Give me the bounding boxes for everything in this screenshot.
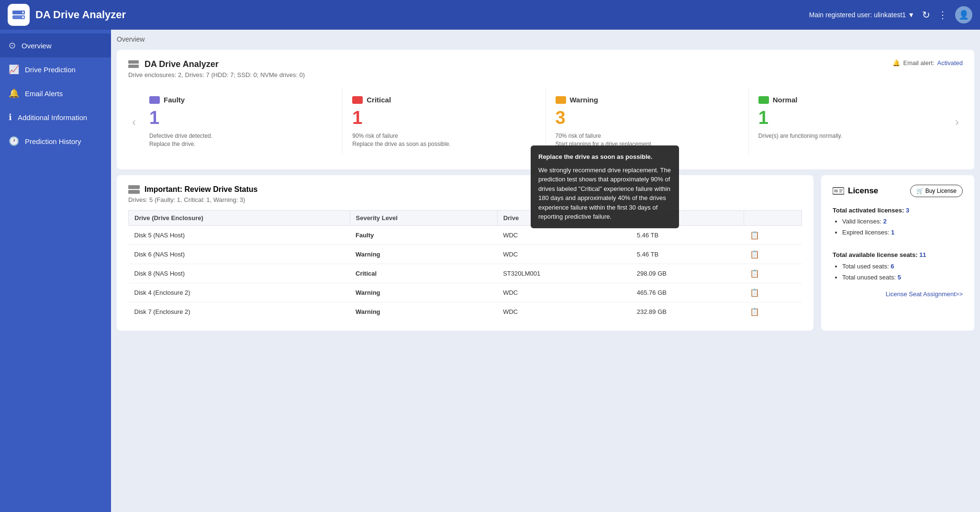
col-actions [744, 210, 802, 225]
drive-section-subtitle: Drives: 5 (Faulty: 1, Critical: 1, Warni… [128, 196, 802, 203]
license-header: License 🛒 Buy License [833, 185, 963, 197]
drive-name: Disk 7 (Enclosure 2) [129, 302, 350, 321]
valid-licenses: Valid licenses: 2 [842, 216, 963, 227]
faulty-number: 1 [149, 108, 333, 128]
drive-size: 5.46 TB [631, 245, 744, 264]
faulty-label: Faulty [164, 96, 185, 104]
drive-model: WDC [497, 283, 631, 302]
svg-point-7 [137, 61, 138, 63]
buy-license-button[interactable]: 🛒 Buy License [910, 185, 963, 197]
document-icon[interactable]: 📋 [750, 231, 759, 239]
drive-size: 465.76 GB [631, 283, 744, 302]
drive-severity: Warning [350, 302, 497, 321]
drive-model: WDC [497, 245, 631, 264]
table-row: Disk 7 (Enclosure 2) Warning WDC 232.89 … [129, 302, 802, 321]
drive-severity: Warning [350, 283, 497, 302]
prev-arrow[interactable]: ‹ [128, 115, 140, 129]
sidebar-item-drive-prediction[interactable]: 📈 Drive Prediction [0, 57, 111, 81]
warning-label: Warning [570, 96, 598, 104]
critical-desc: 90% risk of failure Replace the drive as… [352, 132, 535, 148]
svg-rect-15 [834, 189, 838, 192]
drives-info: Drive enclosures: 2, Drives: 7 (HDD: 7; … [128, 71, 305, 78]
main-layout: ⊙ Overview 📈 Drive Prediction 🔔 Email Al… [0, 30, 980, 512]
status-card-normal[interactable]: Normal 1 Drive(s) are functioning normal… [749, 88, 951, 156]
license-seat-assignment-link[interactable]: License Seat Assignment>> [833, 290, 963, 298]
normal-desc: Drive(s) are functioning normally. [758, 132, 942, 140]
next-arrow[interactable]: › [951, 115, 963, 129]
critical-icon [352, 96, 363, 104]
drive-action[interactable]: 📋 [744, 283, 802, 302]
drive-size: 298.09 GB [631, 264, 744, 283]
main-content: Overview DA Drive Analyzer Drive enc [111, 30, 980, 512]
sidebar: ⊙ Overview 📈 Drive Prediction 🔔 Email Al… [0, 30, 111, 512]
bell-icon: 🔔 [892, 59, 900, 67]
sidebar-item-label-overview: Overview [22, 42, 52, 50]
normal-header: Normal [758, 96, 942, 104]
da-header-left: DA Drive Analyzer Drive enclosures: 2, D… [128, 59, 305, 78]
cart-icon: 🛒 [916, 188, 924, 194]
drive-name: Disk 4 (Enclosure 2) [129, 283, 350, 302]
drive-action[interactable]: 📋 [744, 302, 802, 321]
sidebar-item-overview[interactable]: ⊙ Overview [0, 33, 111, 57]
faulty-desc: Defective drive detected. Replace the dr… [149, 132, 333, 148]
document-icon[interactable]: 📋 [750, 289, 759, 297]
email-alert-link[interactable]: Activated [937, 59, 963, 67]
refresh-button[interactable]: ↻ [922, 9, 930, 21]
more-options-button[interactable]: ⋮ [938, 9, 947, 21]
normal-icon [758, 96, 769, 104]
drive-action[interactable]: 📋 [744, 225, 802, 245]
faulty-header: Faulty [149, 96, 333, 104]
drive-model: ST320LM001 [497, 264, 631, 283]
drive-name: Disk 6 (NAS Host) [129, 245, 350, 264]
avatar[interactable]: 👤 [955, 6, 972, 23]
drive-model: WDC [497, 225, 631, 245]
breadcrumb: Overview [117, 35, 974, 43]
drive-severity: Critical [350, 264, 497, 283]
svg-point-4 [22, 16, 24, 18]
col-severity: Severity Level [350, 210, 497, 225]
total-activated: Total activated licenses: 3 [833, 205, 963, 216]
document-icon[interactable]: 📋 [750, 250, 759, 258]
warning-number: 3 [556, 108, 739, 128]
drive-action[interactable]: 📋 [744, 245, 802, 264]
status-card-faulty[interactable]: Faulty 1 Defective drive detected. Repla… [140, 88, 343, 156]
da-header: DA Drive Analyzer Drive enclosures: 2, D… [128, 59, 963, 78]
drive-severity: Faulty [350, 225, 497, 245]
license-section: License 🛒 Buy License Total activated li… [821, 175, 974, 331]
warning-header: Warning [556, 96, 739, 104]
drive-severity: Warning [350, 245, 497, 264]
warning-desc: 70% risk of failure Start planning for a… [556, 132, 739, 148]
license-icon [833, 186, 844, 196]
col-model: Drive [497, 210, 631, 225]
svg-point-8 [137, 66, 138, 67]
drive-prediction-icon: 📈 [9, 64, 19, 75]
overview-icon: ⊙ [9, 40, 16, 51]
app-title: DA Drive Analyzer [35, 9, 803, 21]
critical-number: 1 [352, 108, 535, 128]
table-row: Disk 5 (NAS Host) Faulty WDC 5.46 TB 📋 [129, 225, 802, 245]
normal-number: 1 [758, 108, 942, 128]
drive-size: 232.89 GB [631, 302, 744, 321]
unused-seats: Total unused seats: 5 [842, 272, 963, 283]
table-row: Disk 4 (Enclosure 2) Warning WDC 465.76 … [129, 283, 802, 302]
email-alerts-icon: 🔔 [9, 88, 19, 99]
status-row: ‹ Faulty 1 Defective drive detected. Rep… [128, 88, 963, 156]
document-icon[interactable]: 📋 [750, 269, 759, 278]
status-card-critical[interactable]: Critical 1 90% risk of failure Replace t… [343, 88, 546, 156]
used-seats: Total used seats: 6 [842, 261, 963, 272]
email-alert: 🔔 Email alert: Activated [892, 59, 963, 67]
document-icon[interactable]: 📋 [750, 308, 759, 316]
sidebar-item-prediction-history[interactable]: 🕐 Prediction History [0, 129, 111, 153]
drive-action[interactable]: 📋 [744, 264, 802, 283]
drive-table: Drive (Drive Enclosure) Severity Level D… [128, 210, 802, 321]
header-right: Main registered user: ulinkatest1 ▼ ↻ ⋮ … [809, 6, 972, 23]
drive-status-section: ! Important: Review Drive Status Drives:… [117, 175, 813, 331]
sidebar-item-label-additional-information: Additional Information [18, 113, 87, 122]
sidebar-item-label-email-alerts: Email Alerts [25, 89, 63, 98]
expired-licenses: Expired licenses: 1 [842, 227, 963, 238]
sidebar-item-additional-information[interactable]: ℹ Additional Information [0, 105, 111, 129]
user-label[interactable]: Main registered user: ulinkatest1 ▼ [809, 11, 914, 19]
sidebar-item-email-alerts[interactable]: 🔔 Email Alerts [0, 81, 111, 105]
status-card-warning[interactable]: Warning 3 70% risk of failure Start plan… [546, 88, 749, 156]
drive-name: Disk 5 (NAS Host) [129, 225, 350, 245]
